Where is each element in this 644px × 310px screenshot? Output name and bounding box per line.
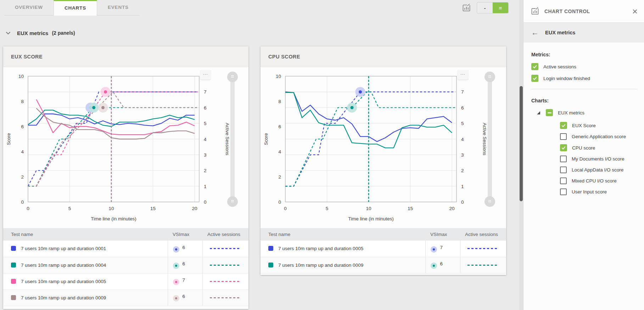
chart-local-appdata-i-o-score-label: Local AppData I/O score xyxy=(572,167,623,173)
test-name: 7 users 10m ramp up and duration 0005 xyxy=(21,279,106,284)
svg-text:4: 4 xyxy=(461,137,464,142)
chart-my-documents-i-o-score[interactable]: My Documents I/O score xyxy=(560,156,637,162)
scrollbar-thumb[interactable] xyxy=(520,86,523,201)
close-icon[interactable]: × xyxy=(632,8,638,15)
chart-panel-header: CPU SCORE xyxy=(261,46,506,67)
chart-more-button[interactable]: ... xyxy=(458,70,468,80)
metric-active-sessions-label: Active sessions xyxy=(543,64,576,69)
metric-active-sessions-checkbox[interactable] xyxy=(531,63,538,70)
metric-login-window-finished-label: Login window finished xyxy=(543,76,590,81)
chart-panel-cpu-score: CPU SCORE 051015200246810012345678ScoreA… xyxy=(261,46,506,275)
tab-events[interactable]: EVENTS xyxy=(97,0,139,16)
chart-cpu-score-label: CPU score xyxy=(572,145,595,151)
tab-overview[interactable]: OVERVIEW xyxy=(4,0,54,16)
chart-eux-score-checkbox[interactable] xyxy=(560,122,567,129)
table-header-row: Test name VSImax Active sessions xyxy=(3,228,248,241)
slider-handle-bottom[interactable]: = xyxy=(227,196,238,207)
metrics-label: Metrics: xyxy=(531,52,637,57)
test-legend-table: Test name VSImax Active sessions 7 users… xyxy=(261,228,506,274)
eux-metrics-checkbox[interactable] xyxy=(546,109,553,116)
main-scrollbar[interactable] xyxy=(519,0,523,310)
vsimax-marker-icon xyxy=(173,295,179,301)
test-name: 7 users 10m ramp up and duration 0009 xyxy=(278,263,363,268)
chart-my-documents-i-o-score-checkbox[interactable] xyxy=(560,156,567,162)
test-row[interactable]: 7 users 10m ramp up and duration 00057 xyxy=(3,273,248,289)
vsimax-marker-icon xyxy=(173,263,179,269)
col-test-name: Test name xyxy=(3,228,168,241)
active-sessions-line-sample xyxy=(210,281,241,282)
slider-handle-top[interactable]: = xyxy=(227,72,238,82)
chart-generic-application-score-checkbox[interactable] xyxy=(560,133,567,140)
check-icon xyxy=(561,123,566,128)
metric-active-sessions[interactable]: Active sessions xyxy=(531,63,637,70)
metrics-list: Active sessionsLogin window finished xyxy=(531,63,637,82)
vsimax-marker-icon xyxy=(173,246,179,253)
svg-text:8: 8 xyxy=(21,99,24,104)
active-sessions-line-sample xyxy=(210,265,241,266)
tree-node-eux-metrics[interactable]: EUX metrics xyxy=(537,109,637,116)
chart-area: 051015200246810012345678ScoreActive Sess… xyxy=(261,67,506,228)
chart-mixed-cpu-i-o-score[interactable]: Mixed CPU I/O score xyxy=(560,177,637,184)
svg-text:2: 2 xyxy=(278,174,281,180)
chart-more-button[interactable]: ... xyxy=(200,70,211,80)
vsimax-marker-icon xyxy=(173,279,179,285)
test-row[interactable]: 7 users 10m ramp up and duration 00016 xyxy=(3,241,248,257)
svg-text:4: 4 xyxy=(21,149,24,154)
chart-panel-title: EUX SCORE xyxy=(11,54,43,60)
y-axis-zoom-slider: = = xyxy=(230,76,235,202)
chart-cpu-score[interactable]: CPU score xyxy=(560,144,637,151)
svg-text:2: 2 xyxy=(461,168,464,173)
slider-handle-bottom[interactable]: = xyxy=(485,196,495,207)
chart-user-input-score-label: User Input score xyxy=(572,189,607,195)
svg-text:5: 5 xyxy=(461,121,464,126)
svg-text:0: 0 xyxy=(204,199,207,205)
chevron-down-icon xyxy=(6,32,11,35)
chart-user-input-score-checkbox[interactable] xyxy=(560,188,567,195)
series-color-chip xyxy=(11,246,16,251)
svg-text:0: 0 xyxy=(21,199,24,205)
svg-text:8: 8 xyxy=(278,99,281,104)
svg-text:Score: Score xyxy=(6,133,11,145)
chart-mixed-cpu-i-o-score-label: Mixed CPU I/O score xyxy=(572,178,617,184)
charts-label: Charts: xyxy=(531,98,637,103)
metric-login-window-finished[interactable]: Login window finished xyxy=(531,75,637,82)
test-row[interactable]: 7 users 10m ramp up and duration 00046 xyxy=(3,257,248,273)
test-name: 7 users 10m ramp up and duration 0005 xyxy=(278,246,363,251)
panel-subheader: ← EUX metrics xyxy=(523,23,644,43)
chart-mixed-cpu-i-o-score-checkbox[interactable] xyxy=(560,177,567,184)
collapse-section-button[interactable] xyxy=(6,32,11,35)
chart-area: 051015200246810012345678ScoreActive Sess… xyxy=(3,67,248,228)
chart-local-appdata-i-o-score-checkbox[interactable] xyxy=(560,167,567,173)
chart-generic-application-score-label: Generic Application score xyxy=(572,134,626,139)
series-color-chip xyxy=(268,246,273,251)
active-sessions-line-sample xyxy=(467,265,499,266)
metric-login-window-finished-checkbox[interactable] xyxy=(531,75,538,82)
svg-text:4: 4 xyxy=(278,149,281,154)
svg-text:4: 4 xyxy=(204,137,207,142)
test-row[interactable]: 7 users 10m ramp up and duration 00096 xyxy=(3,289,248,306)
tab-charts[interactable]: CHARTS xyxy=(54,0,97,16)
svg-text:10: 10 xyxy=(276,74,281,79)
slider-handle-top[interactable]: = xyxy=(485,72,495,82)
test-row[interactable]: 7 users 10m ramp up and duration 00057 xyxy=(261,241,506,257)
chart-size-large-button[interactable]: = xyxy=(493,2,508,13)
tree-collapse-icon[interactable] xyxy=(537,111,540,114)
svg-text:3: 3 xyxy=(204,152,207,158)
chart-panel-title: CPU SCORE xyxy=(268,54,300,60)
active-sessions-line-sample xyxy=(210,248,241,249)
chart-eux-score[interactable]: EUX Score xyxy=(560,122,637,129)
chart-cpu-score-checkbox[interactable] xyxy=(560,144,567,151)
svg-text:10: 10 xyxy=(366,206,371,211)
chart-settings-button[interactable] xyxy=(461,2,472,13)
back-arrow-icon[interactable]: ← xyxy=(531,28,539,37)
test-row[interactable]: 7 users 10m ramp up and duration 00096 xyxy=(261,257,506,273)
chart-generic-application-score[interactable]: Generic Application score xyxy=(560,133,637,140)
chart-size-small-button[interactable]: - xyxy=(477,2,493,13)
col-vsimax: VSImax xyxy=(168,228,202,241)
check-icon xyxy=(532,76,537,80)
test-name: 7 users 10m ramp up and duration 0009 xyxy=(21,295,106,300)
chart-user-input-score[interactable]: User Input score xyxy=(560,188,637,195)
chart-local-appdata-i-o-score[interactable]: Local AppData I/O score xyxy=(560,167,637,173)
col-test-name: Test name xyxy=(261,228,425,241)
svg-text:0: 0 xyxy=(278,199,281,205)
